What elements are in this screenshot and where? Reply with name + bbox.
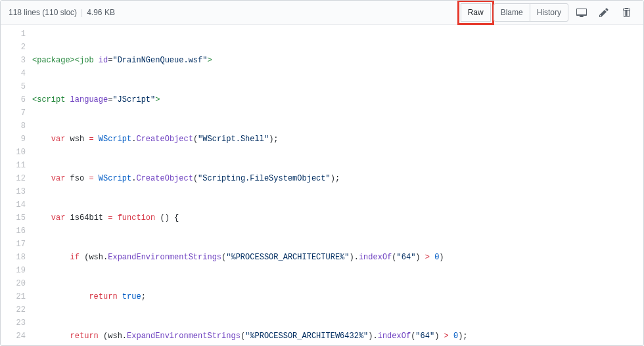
line-number[interactable]: 2	[1, 41, 26, 54]
line-number[interactable]: 23	[1, 316, 26, 330]
code-line: <script language="JScript">	[32, 93, 567, 106]
line-number[interactable]: 11	[1, 159, 26, 172]
trash-icon[interactable]	[617, 3, 635, 22]
code-line: var is64bit = function () {	[32, 211, 567, 225]
line-number[interactable]: 19	[1, 264, 26, 277]
file-size: 4.96 KB	[87, 8, 115, 17]
line-number[interactable]: 22	[1, 303, 26, 316]
code-line: return (wsh.ExpandEnvironmentStrings("%P…	[32, 330, 567, 343]
file-viewer: 118 lines (110 sloc) | 4.96 KB Raw Blame…	[0, 0, 644, 346]
raw-button-highlight: Raw	[457, 0, 494, 25]
divider: |	[81, 8, 83, 17]
blame-button[interactable]: Blame	[494, 3, 530, 22]
line-number[interactable]: 12	[1, 172, 26, 185]
line-number[interactable]: 3	[1, 54, 26, 67]
code-line: if (wsh.ExpandEnvironmentStrings("%PROCE…	[32, 251, 567, 264]
code-line: var fso = WScript.CreateObject("Scriptin…	[32, 172, 567, 185]
line-number[interactable]: 6	[1, 93, 26, 106]
line-number[interactable]: 10	[1, 146, 26, 159]
line-number[interactable]: 24	[1, 330, 26, 343]
line-number[interactable]: 8	[1, 119, 26, 133]
line-number[interactable]: 4	[1, 67, 26, 80]
line-number[interactable]: 15	[1, 211, 26, 225]
line-number[interactable]: 16	[1, 225, 26, 238]
line-number[interactable]: 9	[1, 133, 26, 146]
file-info: 118 lines (110 sloc) | 4.96 KB	[9, 8, 115, 17]
line-number[interactable]: 14	[1, 198, 26, 211]
file-actions: Raw Blame History	[457, 0, 635, 25]
lines-count: 118 lines (110 sloc)	[9, 8, 77, 17]
line-number[interactable]: 1	[1, 28, 26, 41]
line-number[interactable]: 7	[1, 106, 26, 119]
code-line: <package><job id="DrainNGenQueue.wsf">	[32, 54, 567, 67]
desktop-icon[interactable]	[572, 3, 591, 22]
raw-button[interactable]: Raw	[461, 3, 491, 22]
history-button[interactable]: History	[530, 3, 568, 22]
file-header: 118 lines (110 sloc) | 4.96 KB Raw Blame…	[1, 1, 643, 25]
line-number[interactable]: 5	[1, 80, 26, 93]
line-number[interactable]: 17	[1, 238, 26, 251]
pencil-icon[interactable]	[595, 3, 613, 22]
code-line: var wsh = WScript.CreateObject("WScript.…	[32, 133, 567, 146]
code-line: return true;	[32, 290, 567, 303]
code-area: 123456789101112131415161718192021222324 …	[1, 25, 643, 346]
button-group: Blame History	[494, 3, 568, 22]
line-numbers: 123456789101112131415161718192021222324	[1, 25, 32, 346]
line-number[interactable]: 13	[1, 185, 26, 198]
line-number[interactable]: 21	[1, 290, 26, 303]
line-number[interactable]: 20	[1, 277, 26, 290]
code-content: <package><job id="DrainNGenQueue.wsf"> <…	[32, 25, 567, 346]
line-number[interactable]: 18	[1, 251, 26, 264]
